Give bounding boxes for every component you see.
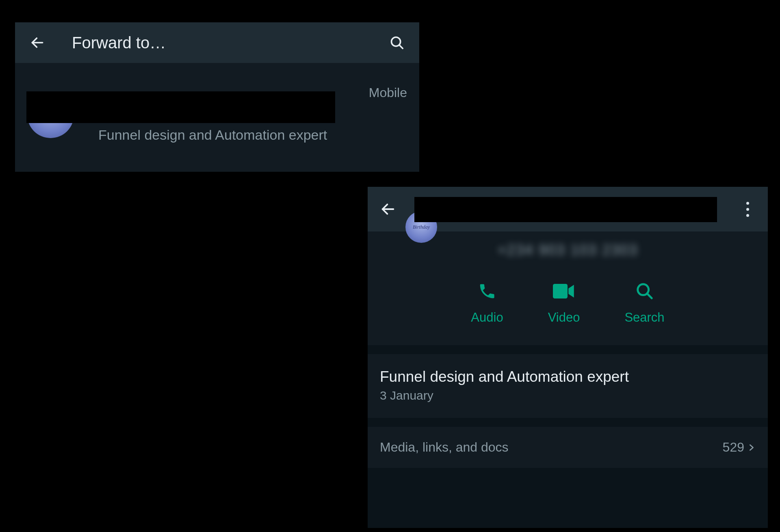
media-links-docs-row[interactable]: Media, links, and docs 529 bbox=[368, 427, 768, 468]
svg-rect-4 bbox=[553, 284, 568, 298]
forward-panel: Forward to… Birthday Mobile Funnel desig… bbox=[15, 22, 419, 172]
video-call-button[interactable]: Video bbox=[548, 281, 580, 325]
section-divider bbox=[368, 345, 768, 354]
about-section[interactable]: Funnel design and Automation expert 3 Ja… bbox=[368, 354, 768, 418]
search-icon bbox=[635, 282, 654, 301]
contact-info-panel: Birthday +234 903 103 2303 Audio bbox=[368, 187, 768, 528]
video-icon bbox=[553, 283, 575, 299]
svg-line-6 bbox=[647, 294, 652, 298]
contact-info-header: Birthday bbox=[368, 187, 768, 231]
video-label: Video bbox=[548, 310, 580, 325]
media-count-wrap: 529 bbox=[723, 440, 756, 455]
phone-actions-section: +234 903 103 2303 Audio Video bbox=[368, 231, 768, 345]
section-divider bbox=[368, 418, 768, 427]
phone-icon bbox=[478, 282, 496, 301]
chevron-right-icon bbox=[747, 441, 756, 454]
about-date: 3 January bbox=[380, 389, 756, 402]
phone-number-blurred: +234 903 103 2303 bbox=[368, 242, 768, 259]
back-button[interactable] bbox=[378, 199, 398, 219]
media-label: Media, links, and docs bbox=[380, 440, 509, 455]
search-in-chat-button[interactable]: Search bbox=[624, 281, 664, 325]
contact-type-label: Mobile bbox=[369, 85, 407, 100]
audio-label: Audio bbox=[471, 310, 503, 325]
media-count: 529 bbox=[723, 440, 744, 455]
actions-row: Audio Video Search bbox=[368, 281, 768, 325]
search-icon bbox=[389, 35, 405, 50]
svg-line-2 bbox=[399, 45, 403, 49]
back-button[interactable] bbox=[27, 32, 48, 53]
search-label: Search bbox=[624, 310, 664, 325]
contact-row[interactable]: Birthday Mobile Funnel design and Automa… bbox=[15, 63, 419, 169]
about-text: Funnel design and Automation expert bbox=[380, 368, 756, 385]
search-button[interactable] bbox=[387, 32, 407, 53]
arrow-left-icon bbox=[30, 35, 45, 50]
audio-call-button[interactable]: Audio bbox=[471, 281, 503, 325]
redaction-block bbox=[26, 91, 335, 123]
forward-title: Forward to… bbox=[72, 34, 387, 52]
contact-status: Funnel design and Automation expert bbox=[98, 127, 327, 143]
more-options-button[interactable] bbox=[737, 199, 758, 219]
more-vertical-icon bbox=[746, 202, 749, 217]
arrow-left-icon bbox=[380, 201, 396, 217]
forward-header: Forward to… bbox=[15, 22, 419, 63]
redaction-block bbox=[414, 197, 717, 222]
